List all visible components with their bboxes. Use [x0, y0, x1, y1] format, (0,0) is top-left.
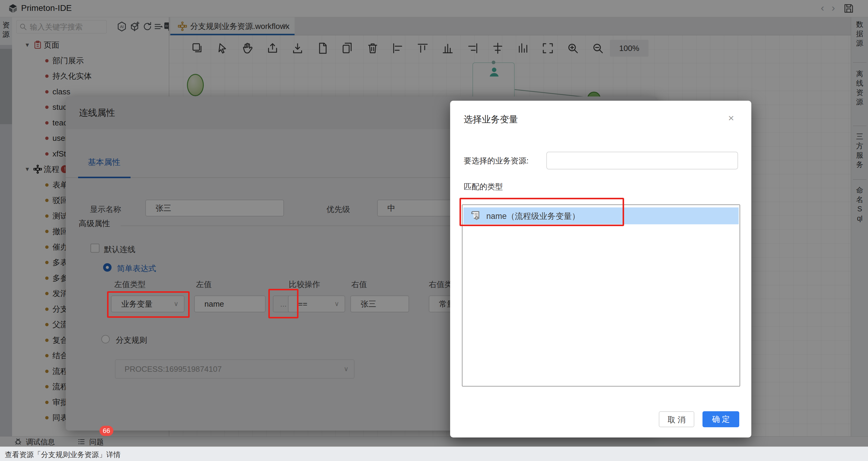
problems-count-badge: 66: [99, 426, 113, 436]
app-window: Primeton-IDE ‹ › 资源 AIEn文 ▾页面部门展示持久化实体cl…: [0, 0, 868, 461]
annotation-box-more-button: [268, 289, 299, 318]
close-icon[interactable]: ×: [728, 112, 734, 124]
match-type-label: 匹配的类型: [464, 182, 503, 192]
variable-listbox[interactable]: name（流程级业务变量）: [462, 205, 740, 387]
ok-button[interactable]: 确 定: [703, 411, 739, 427]
modal-title: 选择业务变量: [464, 113, 518, 126]
status-text: 查看资源「分支规则业务资源」详情: [5, 450, 121, 460]
annotation-box-left-type: [107, 291, 190, 318]
annotation-box-list-item: [460, 198, 624, 226]
status-bar: 查看资源「分支规则业务资源」详情: [0, 447, 868, 461]
cancel-button[interactable]: 取 消: [659, 411, 694, 427]
select-variable-modal: 选择业务变量 × 要选择的业务资源: 匹配的类型 name（流程级业务变量） 取…: [450, 101, 751, 437]
resource-input[interactable]: [546, 152, 738, 170]
resource-label: 要选择的业务资源:: [464, 156, 529, 166]
